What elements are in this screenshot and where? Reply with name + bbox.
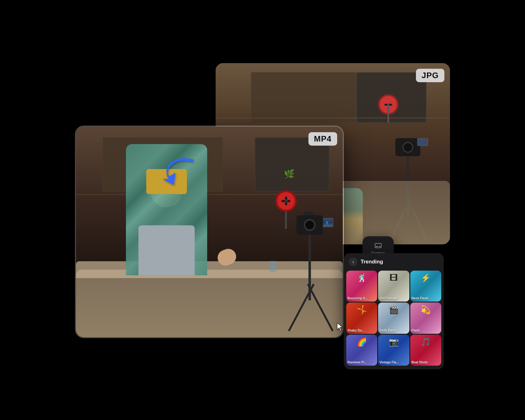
trending-item-shaky[interactable]: 🤸 Shaky Do... xyxy=(346,302,377,333)
vintage-label: Vintage Fla... xyxy=(379,361,408,364)
trending-item-rainbow[interactable]: 🌈 Rainbow Fl... xyxy=(346,335,377,366)
mp4-badge: MP4 xyxy=(308,132,337,146)
trending-back-button[interactable]: ‹ xyxy=(349,258,358,266)
rainbow-label: Rainbow Fl... xyxy=(348,361,376,364)
jpg-badge: JPG xyxy=(416,69,444,82)
trending-header: ‹ Trending xyxy=(344,253,444,271)
trending-panel: ‹ Trending 🕺 Bouncing G... 🎞 Old Footage… xyxy=(344,253,444,369)
conversion-arrow xyxy=(162,151,200,188)
captions-icon xyxy=(375,243,382,250)
svg-rect-2 xyxy=(379,246,381,247)
dolly-back-label: Dolly Back xyxy=(379,329,408,332)
beat-shots-label: Beat Shots xyxy=(412,361,440,364)
trending-item-dolly-back[interactable]: 🎬 Dolly Back xyxy=(378,302,409,333)
main-scene: JPG xyxy=(75,38,450,382)
trending-item-vintage[interactable]: 📷 Vintage Fla... xyxy=(378,335,409,366)
trending-item-flash[interactable]: 💫 Flash xyxy=(410,302,441,333)
mp4-card: 👤 🌿 xyxy=(75,126,344,338)
old-footage-label: Old Footage xyxy=(379,297,408,300)
trending-title: Trending xyxy=(361,259,383,265)
trending-item-beat-shots[interactable]: 🎵 Beat Shots xyxy=(410,335,441,366)
trending-grid: 🕺 Bouncing G... 🎞 Old Footage ⚡ Neon Fla… xyxy=(344,271,444,369)
neon-flash-label: Neon Flash xyxy=(412,297,440,300)
flash-label: Flash xyxy=(412,329,440,332)
bouncing-label: Bouncing G... xyxy=(348,297,376,300)
svg-rect-0 xyxy=(375,243,381,248)
shaky-label: Shaky Do... xyxy=(348,329,376,332)
trending-item-old-footage[interactable]: 🎞 Old Footage xyxy=(378,271,409,302)
svg-rect-1 xyxy=(376,246,378,247)
trending-item-neon-flash[interactable]: ⚡ Neon Flash xyxy=(410,271,441,302)
trending-item-bouncing[interactable]: 🕺 Bouncing G... xyxy=(346,271,377,302)
